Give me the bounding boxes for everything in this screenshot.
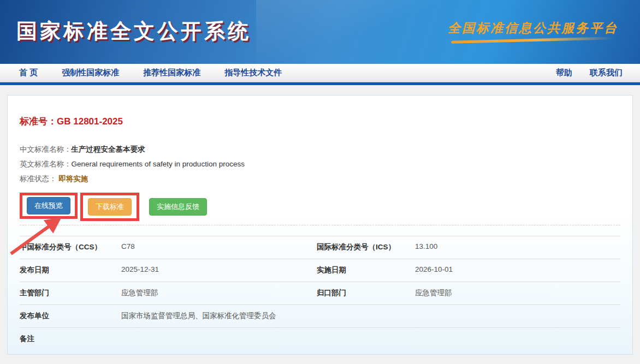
english-name-value: General requirements of safety in produc… (72, 160, 245, 168)
annotation-box-preview: 在线预览 (20, 193, 78, 219)
ccs-value: C78 (121, 236, 317, 259)
table-row: 备注 (20, 328, 620, 362)
publish-date-value: 2025-12-31 (121, 259, 317, 282)
meta-row-chinese-name: 中文标准名称：生产过程安全基本要求 (20, 142, 620, 157)
platform-logo: 全国标准信息公共服务平台 (448, 20, 618, 41)
site-title: 国家标准全文公开系统 (16, 17, 251, 45)
publish-date-label: 发布日期 (20, 259, 121, 282)
centralized-dept-label: 归口部门 (317, 282, 415, 305)
main-navigation: 首 页 强制性国家标准 推荐性国家标准 指导性技术文件 帮助 联系我们 (0, 64, 640, 82)
ics-label: 国际标准分类号（ICS） (317, 236, 415, 259)
nav-item-home[interactable]: 首 页 (19, 68, 38, 78)
platform-logo-text: 全国标准信息公共服务平台 (448, 20, 618, 37)
standard-attributes-table: 中国标准分类号（CCS） C78 国际标准分类号（ICS） 13.100 发布日… (20, 236, 620, 361)
competent-dept-label: 主管部门 (20, 282, 121, 305)
table-row: 发布单位 国家市场监督管理总局、国家标准化管理委员会 (20, 305, 620, 328)
standard-number-heading: 标准号：GB 12801-2025 (20, 115, 620, 128)
download-standard-button[interactable]: 下载标准 (88, 198, 132, 216)
standard-meta: 中文标准名称：生产过程安全基本要求 英文标准名称：General require… (20, 142, 620, 186)
dashed-separator (20, 225, 620, 225)
table-row: 中国标准分类号（CCS） C78 国际标准分类号（ICS） 13.100 (20, 236, 620, 259)
standard-detail-panel: 标准号：GB 12801-2025 中文标准名称：生产过程安全基本要求 英文标准… (7, 95, 633, 355)
implement-date-label: 实施日期 (317, 259, 415, 282)
nav-item-guiding-documents[interactable]: 指导性技术文件 (224, 68, 282, 78)
table-row: 主管部门 应急管理部 归口部门 应急管理部 (20, 282, 620, 305)
implementation-feedback-button[interactable]: 实施信息反馈 (149, 198, 207, 216)
nav-item-help[interactable]: 帮助 (556, 68, 572, 78)
status-label: 标准状态： (20, 175, 57, 183)
annotation-box-download: 下载标准 (80, 193, 139, 221)
centralized-dept-value: 应急管理部 (415, 282, 620, 305)
page-body: 标准号：GB 12801-2025 中文标准名称：生产过程安全基本要求 英文标准… (0, 85, 640, 363)
english-name-label: 英文标准名称： (20, 160, 72, 168)
implement-date-value: 2026-10-01 (415, 259, 620, 282)
meta-row-english-name: 英文标准名称：General requirements of safety in… (20, 157, 620, 171)
issuing-unit-value: 国家市场监督管理总局、国家标准化管理委员会 (121, 305, 620, 328)
standard-number-label: 标准号： (20, 116, 57, 127)
site-banner: 国家标准全文公开系统 全国标准信息公共服务平台 (0, 0, 640, 64)
meta-row-status: 标准状态： 即将实施 (20, 171, 620, 186)
chinese-name-value: 生产过程安全基本要求 (72, 145, 145, 153)
table-row: 发布日期 2025-12-31 实施日期 2026-10-01 (20, 259, 620, 282)
remarks-label: 备注 (20, 328, 121, 362)
status-value: 即将实施 (58, 175, 88, 183)
nav-item-contact-us[interactable]: 联系我们 (590, 68, 623, 78)
chinese-name-label: 中文标准名称： (20, 145, 72, 153)
nav-item-mandatory-standards[interactable]: 强制性国家标准 (62, 68, 119, 78)
standard-number-value: GB 12801-2025 (57, 116, 123, 127)
logo-swoosh-underline (451, 37, 615, 44)
ccs-label: 中国标准分类号（CCS） (20, 236, 121, 259)
action-button-row: 在线预览 下载标准 实施信息反馈 (20, 193, 620, 221)
nav-item-recommended-standards[interactable]: 推荐性国家标准 (143, 68, 200, 78)
remarks-value (121, 328, 620, 362)
issuing-unit-label: 发布单位 (20, 305, 121, 328)
nav-left-group: 首 页 强制性国家标准 推荐性国家标准 指导性技术文件 (19, 68, 282, 78)
nav-right-group: 帮助 联系我们 (556, 68, 623, 78)
competent-dept-value: 应急管理部 (121, 282, 317, 305)
ics-value: 13.100 (415, 236, 620, 259)
online-preview-button[interactable]: 在线预览 (27, 197, 70, 214)
